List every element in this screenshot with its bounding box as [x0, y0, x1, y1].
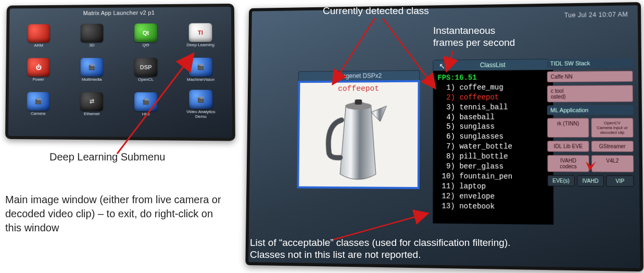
class-row: 8) pill_bottle	[437, 152, 549, 162]
class-row-name: beer_glass	[455, 162, 503, 170]
app-glyph-icon: 🎬	[80, 58, 103, 77]
panel-tinn[interactable]: rk (TINN)	[547, 118, 589, 138]
clock: Tue Jul 24 10:07 AM	[564, 11, 628, 19]
class-row-name: pill_bottle	[455, 152, 508, 160]
app-icon-label: Multimedia	[82, 78, 102, 82]
panel-ivahd-codecs[interactable]: IVAHD codecs	[547, 155, 589, 172]
panel-v4l2[interactable]: V4L2	[591, 155, 634, 172]
app-glyph-icon: DSP	[134, 58, 157, 77]
app-icon-label: Camera	[31, 111, 45, 116]
app-icon-power[interactable]: ⏻Power	[14, 54, 63, 85]
tidl-sw-stack-panel: TIDL SW Stack Caffe NN c tool osted) ML …	[547, 58, 634, 187]
class-row-name: sunglass	[455, 122, 495, 131]
class-row-index: 11)	[437, 181, 455, 191]
classlist-window-title[interactable]: ClassList	[433, 59, 552, 71]
app-icon-label: HMI	[142, 112, 150, 117]
panel-eves[interactable]: EVE(s)	[547, 175, 574, 187]
imagenet-window[interactable]: Imagenet DSPx2 coffeepot	[297, 70, 420, 192]
class-row-name: coffee_mug	[455, 83, 503, 92]
class-row-name: coffeepot	[455, 93, 499, 101]
app-icon-label: Power	[33, 77, 44, 82]
app-icon-label: 3D	[89, 43, 94, 48]
launcher-grid: ARM3DQtQt5TIDeep Learning⏻Power🎬Multimed…	[8, 17, 232, 126]
panel-opencv[interactable]: OpenCV Camera input or decoded clip	[591, 118, 633, 138]
class-row-name: water_bottle	[455, 142, 512, 151]
app-icon-qt5[interactable]: QtQt5	[121, 20, 171, 51]
class-row: 13) notebook	[437, 201, 549, 212]
class-row: 5) sunglass	[437, 122, 549, 132]
app-icon-3d[interactable]: 3D	[67, 20, 117, 52]
app-glyph-icon: 🎬	[27, 92, 49, 110]
app-icon-opencl[interactable]: DSPOpenCL	[121, 54, 171, 85]
panel-vip[interactable]: VIP	[607, 176, 634, 187]
class-row-index: 1)	[437, 83, 455, 93]
class-row: 6) sunglasses	[437, 132, 549, 142]
class-row-index: 3)	[437, 103, 455, 113]
class-row-index: 10)	[437, 171, 455, 181]
detected-class-overlay: coffeepot	[300, 84, 418, 94]
app-glyph-icon: ⇄	[80, 92, 103, 110]
app-icon-deep-learning[interactable]: TIDeep Learning	[175, 19, 226, 51]
class-row-index: 5)	[437, 122, 455, 132]
app-icon-video-analytics-demo[interactable]: 🎬Video Analytics Demo	[175, 89, 226, 120]
class-row-name: laptop	[455, 182, 486, 191]
imagenet-window-title[interactable]: Imagenet DSPx2	[298, 70, 420, 81]
class-row: 11) laptop	[437, 181, 549, 192]
imagenet-window-body[interactable]: coffeepot	[297, 80, 420, 189]
classlist-body: FPS:16.51 1) coffee_mug2) coffeepot3) te…	[433, 70, 554, 216]
svg-rect-1	[355, 99, 362, 104]
class-row: 10) fountain_pen	[437, 171, 549, 182]
class-row-index: 12)	[437, 191, 455, 201]
app-glyph-icon: TI	[189, 23, 212, 42]
panel-gstreamer[interactable]: GStreamer	[591, 141, 634, 152]
class-row-name: sunglasses	[455, 132, 503, 141]
class-row-name: notebook	[455, 202, 495, 210]
app-icon-camera[interactable]: 🎬Camera	[14, 89, 63, 120]
app-icon-label: Video Analytics Demo	[182, 110, 220, 119]
class-row-index: 6)	[437, 132, 455, 142]
matrix-launcher-screen: Matrix App Launcher v2 p1 ARM3DQtQt5TIDe…	[5, 4, 235, 141]
class-row: 1) coffee_mug	[437, 82, 549, 93]
panel-caffe-nn[interactable]: Caffe NN	[547, 71, 633, 82]
classlist-window[interactable]: ClassList FPS:16.51 1) coffee_mug2) coff…	[433, 59, 554, 225]
app-glyph-icon: Qt	[134, 23, 157, 42]
app-icon-arm[interactable]: ARM	[14, 20, 63, 51]
coffeepot-image	[320, 96, 397, 182]
app-icon-label: Ethernet	[84, 111, 99, 116]
app-icon-label: MachineVision	[187, 78, 214, 82]
class-row-name: baseball	[455, 113, 495, 121]
app-glyph-icon	[81, 23, 104, 42]
app-icon-multimedia[interactable]: 🎬Multimedia	[67, 54, 117, 85]
app-glyph-icon: 🎬	[134, 92, 157, 111]
panel-idl-lib-eve[interactable]: IDL Lib EVE	[547, 141, 589, 152]
class-row-name: fountain_pen	[455, 172, 512, 181]
class-row-index: 7)	[437, 142, 455, 152]
panel-c-tool[interactable]: c tool osted)	[547, 85, 633, 102]
class-row-index: 9)	[437, 162, 455, 171]
class-row: 9) beer_glass	[437, 162, 549, 172]
class-row-name: envelope	[455, 192, 495, 201]
app-icon-label: Deep Learning	[186, 43, 214, 47]
class-row: 12) envelope	[437, 191, 549, 202]
app-glyph-icon: 🎬	[189, 57, 212, 76]
class-row: 3) tennis_ball	[437, 102, 549, 113]
panel-header-tidl: TIDL SW Stack	[547, 58, 633, 68]
mouse-cursor-icon: ↖	[439, 62, 445, 70]
app-icon-label: OpenCL	[138, 78, 154, 82]
app-icon-hmi[interactable]: 🎬HMI	[121, 89, 171, 120]
panel-header-ml-app: ML Application	[547, 105, 633, 115]
tidl-demo-screen: Tue Jul 24 10:07 AM Imagenet DSPx2 coffe…	[245, 2, 643, 271]
class-row-index: 2)	[437, 93, 455, 103]
app-icon-machinevision[interactable]: 🎬MachineVision	[175, 54, 226, 86]
class-row: 4) baseball	[437, 112, 549, 122]
caption-deep-learning-submenu: Deep Learning Submenu	[49, 151, 165, 163]
app-icon-label: Qt5	[143, 43, 149, 48]
app-icon-label: ARM	[34, 43, 43, 48]
app-icon-ethernet[interactable]: ⇄Ethernet	[67, 89, 117, 120]
class-row-index: 8)	[437, 152, 455, 162]
panel-ivahd[interactable]: IVAHD	[577, 175, 604, 187]
class-row-index: 4)	[437, 113, 455, 122]
caption-main-image-window: Main image window (either from live came…	[5, 193, 229, 235]
app-glyph-icon	[28, 24, 50, 43]
class-row: 2) coffeepot	[437, 92, 549, 103]
